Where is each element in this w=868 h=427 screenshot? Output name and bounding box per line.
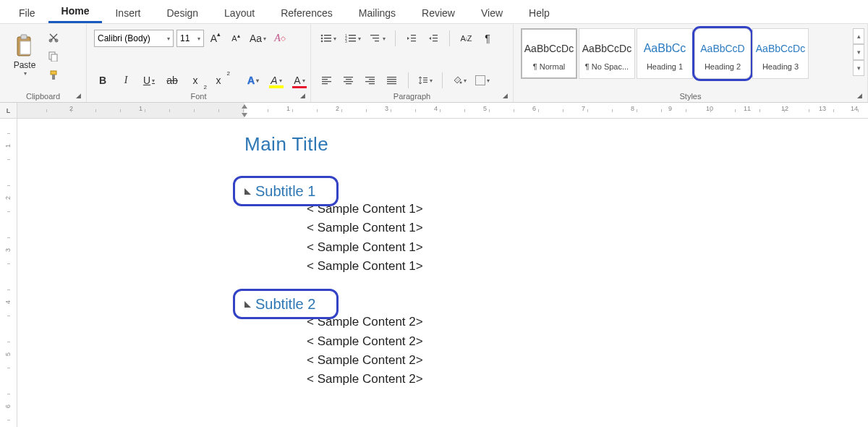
shading-button[interactable]: ▾ <box>450 72 469 89</box>
numbering-button[interactable]: 123▾ <box>343 30 363 47</box>
paste-button[interactable]: Paste ▾ <box>7 30 42 80</box>
tab-mailings[interactable]: Mailings <box>346 3 409 23</box>
doc-subtitle[interactable]: Subtitle 2 <box>244 296 315 313</box>
subscript-button[interactable]: x <box>187 72 204 89</box>
svg-rect-18 <box>349 38 356 39</box>
multilevel-list-icon <box>370 33 381 43</box>
clear-formatting-button[interactable]: A◇ <box>271 30 289 47</box>
tab-layout[interactable]: Layout <box>211 3 268 23</box>
cut-button[interactable] <box>45 30 62 46</box>
svg-rect-14 <box>324 41 331 42</box>
collapse-triangle-icon[interactable] <box>244 301 251 308</box>
doc-body-line[interactable]: < Sample Content 2> <box>307 313 868 331</box>
paragraph-launcher[interactable]: ◢ <box>500 90 510 101</box>
increase-indent-button[interactable] <box>425 30 442 47</box>
horizontal-ruler[interactable]: 21123456789101112131415 <box>17 103 868 119</box>
svg-rect-16 <box>349 35 356 36</box>
justify-button[interactable] <box>383 72 401 89</box>
font-name-combo[interactable]: Calibri (Body)▾ <box>94 30 174 47</box>
tab-home[interactable]: Home <box>48 1 103 23</box>
doc-body-line[interactable]: < Sample Content 1> <box>307 257 868 276</box>
styles-scroll-down[interactable]: ▾ <box>853 44 864 60</box>
align-right-icon <box>365 76 375 85</box>
style--no-spac-[interactable]: AaBbCcDc¶ No Spac... <box>579 28 635 79</box>
svg-rect-34 <box>344 77 353 77</box>
align-center-button[interactable] <box>340 72 357 89</box>
vertical-ruler[interactable]: 123456 <box>0 119 17 427</box>
hruler-mark: 8 <box>631 105 634 112</box>
doc-body-line[interactable]: < Sample Content 1> <box>307 200 868 219</box>
grow-font-button[interactable]: A▴ <box>207 30 224 47</box>
align-right-button[interactable] <box>362 72 379 89</box>
tab-help[interactable]: Help <box>516 3 563 23</box>
highlight-button[interactable]: A▾ <box>268 72 285 89</box>
collapse-triangle-icon[interactable] <box>244 188 251 195</box>
hruler-mark: 14 <box>851 105 858 112</box>
svg-rect-35 <box>346 79 352 80</box>
align-center-icon <box>344 76 354 85</box>
svg-rect-31 <box>322 79 328 80</box>
font-size-combo[interactable]: 11▾ <box>176 30 204 47</box>
brush-icon <box>48 70 59 80</box>
doc-body-line[interactable]: < Sample Content 2> <box>307 332 868 351</box>
multilevel-list-button[interactable]: ▾ <box>367 30 388 47</box>
bold-button[interactable]: B <box>94 72 111 89</box>
doc-body-line[interactable]: < Sample Content 2> <box>307 370 868 389</box>
tab-view[interactable]: View <box>468 3 516 23</box>
style-heading-3[interactable]: AaBbCcDcHeading 3 <box>752 28 809 79</box>
svg-rect-25 <box>411 38 416 38</box>
sort-button[interactable]: A↓Z <box>457 30 475 47</box>
doc-subtitle[interactable]: Subtitle 1 <box>244 183 315 200</box>
tab-selector[interactable]: L <box>0 103 17 119</box>
clipboard-launcher[interactable]: ◢ <box>73 90 83 101</box>
change-case-button[interactable]: Aa▾ <box>247 30 268 47</box>
tab-insert[interactable]: Insert <box>102 3 153 23</box>
tab-review[interactable]: Review <box>409 3 468 23</box>
indent-marker[interactable] <box>240 104 249 117</box>
style-heading-1[interactable]: AaBbCcHeading 1 <box>637 28 693 79</box>
tab-design[interactable]: Design <box>153 3 211 23</box>
strikethrough-button[interactable]: ab <box>163 72 181 89</box>
vruler-mark: 1 <box>4 144 12 148</box>
styles-launcher[interactable]: ◢ <box>854 90 864 101</box>
doc-body-line[interactable]: < Sample Content 1> <box>307 238 868 257</box>
doc-body-line[interactable]: < Sample Content 2> <box>307 351 868 370</box>
svg-rect-47 <box>423 80 427 80</box>
superscript-button[interactable]: x <box>210 72 227 89</box>
style--normal[interactable]: AaBbCcDc¶ Normal <box>521 28 577 79</box>
tab-file[interactable]: File <box>6 3 48 23</box>
doc-body-line[interactable]: < Sample Content 1> <box>307 219 868 237</box>
shrink-font-button[interactable]: A▴ <box>227 30 244 47</box>
borders-button[interactable]: ▾ <box>473 72 492 89</box>
svg-rect-21 <box>370 35 379 35</box>
vruler-mark: 2 <box>4 196 12 200</box>
format-painter-button[interactable] <box>45 67 62 83</box>
underline-button[interactable]: U▾ <box>140 72 158 89</box>
copy-icon <box>48 51 59 62</box>
line-spacing-button[interactable]: ▾ <box>416 72 435 89</box>
svg-rect-42 <box>387 77 396 77</box>
decrease-indent-button[interactable] <box>403 30 420 47</box>
bullets-button[interactable]: ▾ <box>318 30 339 47</box>
show-marks-button[interactable]: ¶ <box>479 30 496 47</box>
copy-button[interactable] <box>45 48 62 64</box>
group-clipboard: Paste ▾ Clipboard ◢ <box>0 24 87 102</box>
text-effects-button[interactable]: A▾ <box>244 72 262 89</box>
svg-point-9 <box>321 35 323 37</box>
italic-button[interactable]: I <box>117 72 135 89</box>
document-page[interactable]: Main TitleSubtitle 1< Sample Content 1><… <box>148 119 868 427</box>
hruler-mark: 3 <box>385 105 388 112</box>
tab-references[interactable]: References <box>268 3 346 23</box>
styles-scroll-up[interactable]: ▴ <box>853 28 864 44</box>
svg-rect-2 <box>20 41 30 54</box>
separator <box>442 72 443 88</box>
styles-more[interactable]: ▾ <box>853 60 864 76</box>
svg-rect-7 <box>51 71 56 75</box>
align-left-button[interactable] <box>318 72 336 89</box>
doc-main-title[interactable]: Main Title <box>244 133 868 156</box>
doc-section: Subtitle 1 <box>244 183 868 200</box>
ribbon-tabs: File Home Insert Design Layout Reference… <box>0 0 868 23</box>
font-color-button[interactable]: A▾ <box>291 72 308 89</box>
font-launcher[interactable]: ◢ <box>297 90 307 101</box>
style-heading-2[interactable]: AaBbCcDHeading 2 <box>694 28 751 79</box>
